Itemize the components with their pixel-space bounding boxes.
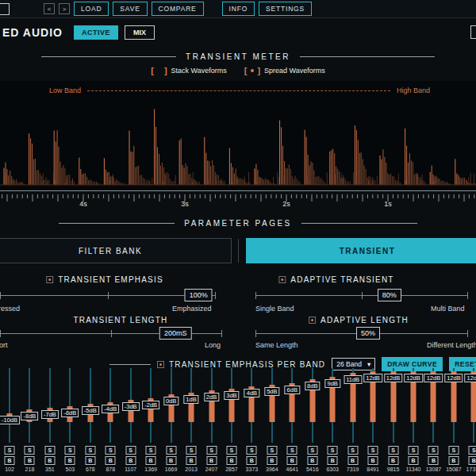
band-gain-value[interactable]: 8dB [305,382,320,390]
band-slider-track[interactable] [9,368,10,443]
band-gain-value[interactable]: 3dB [224,391,239,400]
band-solo-button[interactable]: S [267,446,277,455]
band-solo-button[interactable]: S [206,446,217,455]
band-gain-value[interactable]: -7dB [41,410,59,419]
right-box-partial[interactable] [470,25,476,39]
band-solo-button[interactable]: S [328,446,338,455]
tab-filter-bank[interactable]: FILTER BANK [0,238,232,263]
preset-box-partial[interactable] [0,3,10,15]
band-gain-value[interactable]: -2dB [142,401,159,409]
band-solo-button[interactable]: S [186,446,197,455]
band-gain-value[interactable]: -8dB [21,412,39,420]
load-button[interactable]: LOAD [74,2,109,16]
band-bypass-button[interactable]: B [267,456,277,465]
band-bypass-button[interactable]: B [85,456,95,465]
band-solo-button[interactable]: S [428,446,439,455]
band-solo-button[interactable]: S [25,446,35,455]
band-gain-value[interactable]: 2dB [204,393,219,401]
band-solo-button[interactable]: S [409,446,419,455]
band-bypass-button[interactable]: B [247,456,257,465]
band-bypass-button[interactable]: B [388,456,398,465]
next-preset-button[interactable]: > [59,3,70,14]
band-bypass-button[interactable]: B [307,456,317,465]
mix-toggle-button[interactable]: MIX [125,25,155,40]
band-solo-button[interactable]: S [368,446,378,455]
transient-length-value[interactable]: 200mS [159,327,192,340]
band-bypass-button[interactable]: B [186,456,197,465]
band-gain-value[interactable]: 12dB [424,374,443,382]
save-button[interactable]: SAVE [113,2,147,16]
band-bypass-button[interactable]: B [287,456,298,465]
radio-icon[interactable] [278,276,286,283]
band-bypass-button[interactable]: B [125,456,136,465]
band-bypass-button[interactable]: B [226,456,236,465]
settings-button[interactable]: SETTINGS [259,2,312,16]
band-solo-button[interactable]: S [347,446,358,455]
band-solo-button[interactable]: S [469,446,476,455]
info-button[interactable]: INFO [222,2,255,16]
band-gain-value[interactable]: 1dB [183,395,198,404]
band-gain-value[interactable]: 12dB [363,374,382,382]
band-solo-button[interactable]: S [247,446,257,455]
adaptive-transient-value[interactable]: 80% [378,289,401,301]
band-solo-button[interactable]: S [85,446,95,455]
band-bypass-button[interactable]: B [65,456,75,465]
band-bypass-button[interactable]: B [347,456,358,465]
band-gain-value[interactable]: 9dB [325,379,340,388]
band-solo-button[interactable]: S [166,446,176,455]
adaptive-length-value[interactable]: 50% [356,327,380,340]
band-solo-button[interactable]: S [307,446,317,455]
band-gain-value[interactable]: 12dB [384,374,403,382]
radio-icon[interactable] [309,317,316,324]
band-gain-value[interactable]: 12dB [465,374,476,382]
active-toggle-button[interactable]: ACTIVE [74,25,118,40]
band-bypass-button[interactable]: B [206,456,217,465]
band-solo-button[interactable]: S [448,446,459,455]
band-gain-value[interactable]: 5dB [264,387,279,396]
band-bypass-button[interactable]: B [106,456,116,465]
band-gain-value[interactable]: -5dB [82,406,99,415]
band-bypass-button[interactable]: B [44,456,55,465]
band-solo-button[interactable]: S [106,446,116,455]
band-solo-button[interactable]: S [125,446,136,455]
band-solo-button[interactable]: S [388,446,398,455]
band-gain-value[interactable]: 12dB [444,374,463,382]
band-bypass-button[interactable]: B [448,456,459,465]
adaptive-transient-slider[interactable]: 80% [255,289,468,302]
radio-icon[interactable] [46,276,53,283]
band-gain-value[interactable]: -10dB [0,416,20,424]
band-gain-value[interactable]: 6dB [285,386,300,394]
band-bypass-button[interactable]: B [328,456,338,465]
band-bypass-button[interactable]: B [5,456,15,465]
band-gain-value[interactable]: 0dB [163,397,178,405]
band-gain-value[interactable]: -3dB [122,402,140,411]
band-solo-button[interactable]: S [226,446,236,455]
band-bypass-button[interactable]: B [368,456,378,465]
transient-emphasis-slider[interactable]: 100% [0,289,216,302]
band-bypass-button[interactable]: B [409,456,419,465]
band-gain-value[interactable]: 12dB [404,374,423,382]
band-slider-track[interactable] [49,368,51,443]
transient-length-slider[interactable]: 200mS [0,327,222,340]
band-solo-button[interactable]: S [146,446,156,455]
band-bypass-button[interactable]: B [25,456,35,465]
spread-waveforms-option[interactable]: [ ] Spread Waveforms [244,67,325,75]
band-gain-value[interactable]: 11dB [344,375,362,384]
band-solo-button[interactable]: S [287,446,298,455]
band-gain-value[interactable]: -6dB [61,409,79,417]
adaptive-length-slider[interactable]: 50% [255,327,468,340]
prev-preset-button[interactable]: < [44,3,55,14]
band-gain-value[interactable]: 4dB [244,389,259,397]
transient-emphasis-value[interactable]: 100% [185,289,213,301]
compare-button[interactable]: COMPARE [152,2,204,16]
band-solo-button[interactable]: S [5,446,15,455]
band-bypass-button[interactable]: B [469,456,476,465]
tab-transient[interactable]: TRANSIENT [246,238,476,263]
band-bypass-button[interactable]: B [146,456,156,465]
band-gain-value[interactable]: -4dB [102,405,119,413]
band-bypass-button[interactable]: B [428,456,439,465]
band-slider-track[interactable] [29,368,30,443]
band-bypass-button[interactable]: B [166,456,176,465]
band-solo-button[interactable]: S [44,446,55,455]
band-solo-button[interactable]: S [65,446,75,455]
